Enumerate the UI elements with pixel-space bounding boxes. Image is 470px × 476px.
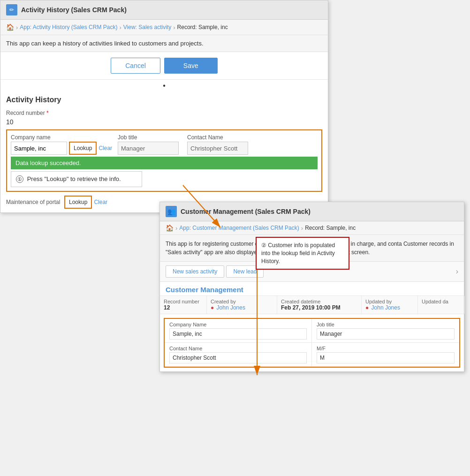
main-breadcrumb: 🏠 › App: Activity History (Sales CRM Pac…: [0, 20, 328, 35]
job-title-field-group: Job title: [118, 134, 183, 155]
crm-company-value: Sample, inc: [169, 328, 307, 340]
crm-meta-row: Record number 12 Created by ● John Jones…: [160, 295, 464, 314]
home-icon[interactable]: 🏠: [6, 23, 14, 31]
activity-history-window: ✏ Activity History (Sales CRM Pack) 🏠 › …: [0, 0, 328, 213]
contact-name-field-group: Contact Name: [187, 134, 253, 155]
contact-name-label: Contact Name: [187, 134, 253, 141]
form-area: Record number * 10 Company name Lookup C…: [0, 106, 328, 212]
info-message: Press "Lookup" to retrieve the info.: [27, 175, 121, 182]
lead-clear-button[interactable]: Clear: [94, 199, 107, 205]
crm-field-grid: Company Name Sample, inc Job title Manag…: [165, 319, 459, 367]
callout-text: Customer info is populated into the look…: [261, 242, 335, 264]
title-icon: ✏: [6, 4, 17, 15]
crm-contact-value: Christopher Scott: [169, 352, 307, 363]
crm-jobtitle-value: Manager: [317, 328, 455, 340]
updated-by-cell: Updated by ● John Jones: [362, 296, 418, 314]
main-window-title: Activity History (Sales CRM Pack): [21, 6, 127, 14]
crm-record-value: 12: [164, 304, 203, 311]
callout-box: ② Customer info is populated into the lo…: [256, 237, 349, 270]
lookup-fields-row: Company name Lookup Clear Job title Cont…: [11, 134, 318, 155]
crm-window-title: Customer Management (Sales CRM Pack): [181, 208, 311, 215]
lead-label: Maintenance of portal: [6, 199, 62, 205]
company-field-group: Company name Lookup Clear: [11, 134, 114, 155]
info-circle-icon: ①: [16, 175, 23, 183]
record-number-value: 10: [6, 117, 322, 129]
user-dot-icon: ●: [211, 304, 214, 311]
updated-by-value[interactable]: ● John Jones: [365, 304, 414, 311]
user-dot2-icon: ●: [365, 304, 369, 311]
company-name-label: Company name: [11, 134, 114, 141]
users-icon: 👥: [167, 208, 175, 215]
crm-window: 👥 Customer Management (Sales CRM Pack) 🏠…: [159, 202, 464, 372]
crm-breadcrumb-record: Record: Sample, inc: [305, 225, 356, 231]
lead-lookup-button[interactable]: Lookup: [64, 196, 92, 209]
breadcrumb-app[interactable]: App: Activity History (Sales CRM Pack): [20, 24, 117, 30]
created-date-value: Feb 27, 2019 10:00 PM: [281, 304, 357, 311]
job-title-input: [118, 142, 179, 155]
info-box: ① Press "Lookup" to retrieve the info.: [11, 171, 142, 187]
created-by-label: Created by: [211, 299, 273, 304]
created-date-cell: Created datetime Feb 27, 2019 10:00 PM: [277, 296, 362, 314]
crm-home-icon[interactable]: 🏠: [166, 224, 174, 232]
created-date-label: Created datetime: [281, 299, 357, 304]
section-title: Activity History: [0, 92, 328, 106]
lookup-group: Company name Lookup Clear Job title Cont…: [6, 129, 322, 192]
dot-indicator: •: [0, 80, 328, 92]
crm-title-bar: 👥 Customer Management (Sales CRM Pack): [160, 202, 464, 221]
crm-company-cell: Company Name Sample, inc: [165, 319, 312, 343]
crm-jobtitle-cell: Job title Manager: [312, 319, 459, 343]
crm-mf-cell: M/F M: [312, 343, 459, 367]
crm-mf-value: M: [317, 352, 455, 363]
job-title-label: Job title: [118, 134, 183, 141]
chevron-right-icon[interactable]: ›: [456, 267, 458, 276]
lookup-button[interactable]: Lookup: [69, 142, 97, 155]
record-number-cell: Record number 12: [160, 296, 207, 314]
main-description: This app can keep a history of activitie…: [0, 35, 328, 52]
updated-date-cell: Updated da: [418, 296, 465, 314]
action-bar: Cancel Save: [0, 52, 328, 80]
required-star: *: [46, 110, 49, 116]
crm-record-label: Record number: [164, 299, 203, 304]
cancel-button[interactable]: Cancel: [111, 58, 160, 74]
breadcrumb-view[interactable]: View: Sales activity: [123, 24, 172, 30]
company-input-row: Lookup Clear: [11, 142, 114, 155]
contact-name-input: [187, 142, 248, 155]
company-name-input[interactable]: [11, 142, 67, 155]
crm-breadcrumb: 🏠 › App: Customer Management (Sales CRM …: [160, 221, 464, 235]
created-by-cell: Created by ● John Jones: [207, 296, 277, 314]
save-button[interactable]: Save: [164, 58, 218, 74]
crm-breadcrumb-app[interactable]: App: Customer Management (Sales CRM Pack…: [179, 225, 299, 231]
clear-button[interactable]: Clear: [99, 145, 112, 151]
success-banner: Data lookup succeeded.: [11, 157, 318, 169]
updated-by-label: Updated by: [365, 299, 414, 304]
crm-section-title: Customer Management: [160, 282, 464, 295]
crm-contact-label: Contact Name: [169, 346, 307, 351]
record-number-label: Record number *: [6, 110, 322, 116]
created-by-value[interactable]: ● John Jones: [211, 304, 273, 311]
crm-title-icon: 👥: [166, 206, 177, 217]
crm-mf-label: M/F: [317, 346, 455, 351]
main-title-bar: ✏ Activity History (Sales CRM Pack): [0, 0, 328, 20]
breadcrumb-record: Record: Sample, inc: [177, 24, 228, 30]
crm-fields-section: Company Name Sample, inc Job title Manag…: [164, 318, 460, 368]
crm-contact-cell: Contact Name Christopher Scott: [165, 343, 312, 367]
updated-date-label: Updated da: [422, 299, 461, 304]
edit-icon: ✏: [9, 7, 14, 13]
crm-jobtitle-label: Job title: [317, 322, 455, 327]
tab-new-sales-activity[interactable]: New sales activity: [166, 265, 224, 278]
crm-company-label: Company Name: [169, 322, 307, 327]
callout-number: ②: [261, 242, 266, 249]
